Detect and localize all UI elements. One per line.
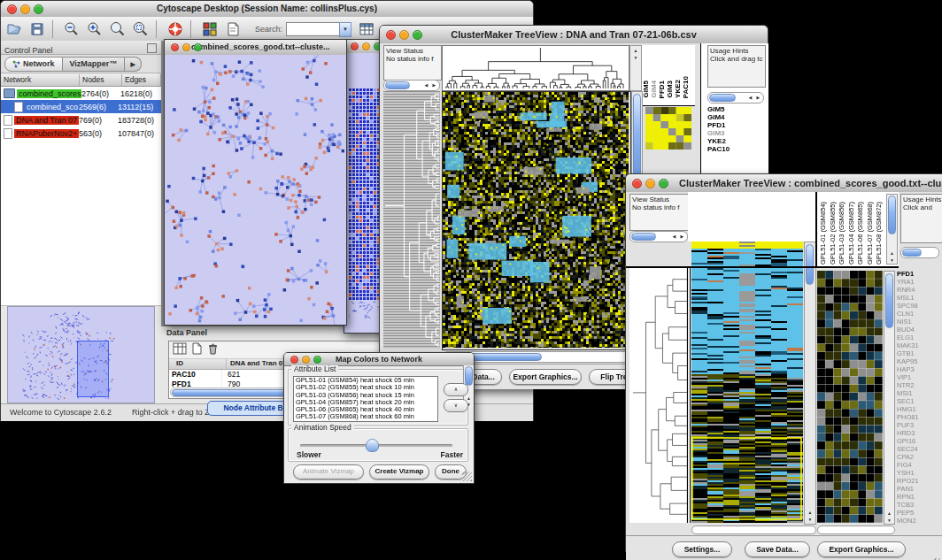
gene-label[interactable]: HRD3	[897, 429, 942, 437]
column-label[interactable]: GPL51-03 (GSM856)	[838, 202, 847, 265]
delete-attribute-icon[interactable]	[206, 342, 219, 358]
col-nodes[interactable]: Nodes	[80, 74, 122, 86]
annotation-icon[interactable]	[223, 19, 243, 39]
close-icon[interactable]	[632, 179, 642, 188]
minimize-icon[interactable]	[645, 179, 655, 188]
resize-grip[interactable]	[462, 472, 472, 481]
view-status-hscrollbar[interactable]: ◀▶	[383, 80, 440, 91]
gene-label[interactable]: HAP3	[897, 365, 942, 373]
chevron-down-icon[interactable]: ▼	[339, 22, 351, 37]
col-id[interactable]: ID	[169, 359, 227, 369]
search-input[interactable]: ▼	[286, 22, 341, 36]
minimize-icon[interactable]	[182, 43, 190, 51]
gene-label[interactable]: KAP95	[897, 357, 942, 365]
select-attributes-icon[interactable]	[173, 342, 187, 358]
gene-label[interactable]: NTR2	[897, 381, 942, 389]
gene-label[interactable]: VIP1	[897, 373, 942, 381]
column-label[interactable]: PFD1	[658, 81, 666, 98]
scroll-right-icon[interactable]: ▶	[754, 94, 762, 102]
column-label[interactable]: YKE2	[674, 80, 682, 98]
zoom-window-icon[interactable]	[413, 30, 422, 40]
column-label[interactable]: GPL51-02 (GSM855)	[829, 202, 838, 265]
close-icon[interactable]	[290, 356, 298, 364]
gene-label[interactable]: RNR4	[897, 286, 942, 294]
usage-hints-hscrollbar[interactable]: ◀▶	[707, 92, 764, 104]
column-labels-vscrollbar[interactable]: ▲ ▼	[886, 194, 898, 265]
gene-label[interactable]: MSL1	[897, 294, 942, 302]
close-icon[interactable]	[7, 4, 17, 14]
tab-network[interactable]: Network	[4, 57, 63, 72]
column-label[interactable]: GPL51-06 (GSM865)	[856, 202, 866, 265]
float-panel-icon[interactable]	[147, 43, 157, 53]
main-title-bar[interactable]: Cytoscape Desktop (Session Name: collins…	[1, 1, 533, 18]
scroll-left-icon[interactable]: ◀	[746, 94, 754, 102]
tab-vizmapper[interactable]: VizMapper™	[63, 57, 126, 72]
gene-label[interactable]: MAK31	[897, 341, 942, 349]
gene-label[interactable]: NIS1	[897, 318, 942, 326]
zoom-out-icon[interactable]	[62, 19, 81, 39]
zoom-window-icon[interactable]	[34, 4, 43, 14]
zoom-in-icon[interactable]	[85, 19, 104, 39]
row-label[interactable]: GIM3	[707, 129, 730, 137]
close-icon[interactable]	[351, 42, 359, 50]
gene-label[interactable]: GTB1	[897, 349, 942, 357]
global-heatmap[interactable]	[691, 242, 803, 523]
gene-label[interactable]: RPN1	[897, 493, 942, 501]
network-overview[interactable]	[7, 306, 155, 403]
heatmap-vscrollbar[interactable]: ▲ ▼	[804, 242, 816, 525]
row-label[interactable]: GIM4	[707, 113, 730, 121]
zoom-window-icon[interactable]	[313, 356, 321, 364]
gene-label[interactable]: YSH1	[897, 469, 942, 477]
scroll-down-icon[interactable]: ▼	[805, 517, 815, 522]
minimize-icon[interactable]	[362, 42, 370, 50]
gene-label[interactable]: CLN1	[897, 310, 942, 318]
zoom-window-icon[interactable]	[659, 179, 668, 188]
zoom-hscrollbar[interactable]	[817, 525, 895, 534]
move-down-button[interactable]: ∨	[444, 399, 468, 412]
gene-label[interactable]: CPA2	[897, 453, 942, 461]
zoom-heatmap-vscrollbar[interactable]: ▲ ▼	[884, 271, 895, 525]
gene-label[interactable]: ELG1	[897, 334, 942, 341]
export-graphics-button[interactable]: Export Graphics...	[509, 369, 582, 385]
view-status-hscrollbar[interactable]: ◀▶	[629, 231, 688, 242]
gene-label[interactable]: PAN1	[897, 485, 942, 493]
row-dendrogram[interactable]	[383, 91, 440, 349]
col-network[interactable]: Network	[1, 74, 80, 86]
network-row[interactable]: DNA and Tran 07769(0)183728(0)	[1, 113, 161, 127]
title-bar[interactable]: ClusterMaker TreeView : combined_scores_…	[626, 174, 942, 193]
row-label[interactable]: GIM5	[707, 105, 730, 113]
animate-vizmap-button[interactable]: Animate Vizmap	[293, 464, 364, 479]
scroll-right-icon[interactable]: ▶	[430, 81, 438, 89]
slider-thumb[interactable]	[366, 439, 379, 452]
scroll-up-icon[interactable]: ▲	[630, 48, 641, 53]
network-row[interactable]: combined_scores2764(0)16218(0)	[1, 87, 161, 100]
gene-label[interactable]: TCB3	[897, 501, 942, 509]
scroll-right-icon[interactable]: ▶	[678, 233, 686, 241]
gene-label[interactable]: SPC98	[897, 302, 942, 310]
gene-label[interactable]: PEP5	[897, 509, 942, 517]
title-bar[interactable]: ClusterMaker TreeView : DNA and Tran 07-…	[380, 26, 768, 44]
minimize-icon[interactable]	[20, 4, 30, 14]
scroll-down-icon[interactable]: ▼	[630, 55, 641, 60]
global-heatmap[interactable]	[442, 91, 631, 350]
settings-button[interactable]: Settings...	[672, 541, 732, 557]
gene-label[interactable]: PFD1	[897, 270, 942, 278]
attribute-item[interactable]: GPL51-07 (GSM868) heat shock 60 min	[294, 413, 437, 420]
col-edges[interactable]: Edges	[122, 74, 161, 86]
gene-label[interactable]: HMG1	[897, 405, 942, 413]
gene-label[interactable]: FIG4	[897, 461, 942, 469]
overview-viewport-rect[interactable]	[77, 341, 109, 397]
gene-label[interactable]: MON2	[897, 517, 942, 525]
row-dendrogram[interactable]	[629, 268, 691, 523]
scroll-up-icon[interactable]: ▲	[884, 510, 894, 516]
gene-label[interactable]: YRA1	[897, 278, 942, 286]
column-label[interactable]: GPL51-04 (GSM857)	[847, 202, 857, 265]
save-icon[interactable]	[27, 19, 47, 39]
save-data-button[interactable]: Save Data...	[745, 541, 810, 557]
move-up-button[interactable]: ∧	[444, 383, 468, 396]
network-row[interactable]: combined_sco2569(6)13112(15)	[1, 100, 161, 113]
zoom-fit-icon[interactable]	[131, 19, 151, 39]
gene-label[interactable]: RPO21	[897, 477, 942, 485]
create-vizmap-button[interactable]: Create Vizmap	[369, 464, 429, 479]
column-label[interactable]: GPL51-08 (GSM872)	[875, 202, 884, 265]
